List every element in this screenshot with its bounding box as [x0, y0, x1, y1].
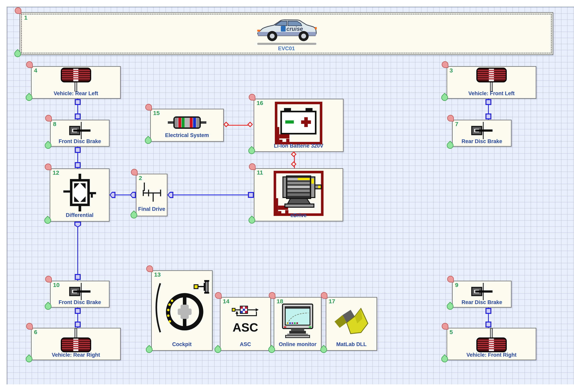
mech-port-square[interactable] — [486, 322, 491, 328]
block-label: Li-Ion Batterie 320V — [254, 143, 343, 149]
block-label: Vehicle: Front Right — [447, 352, 536, 358]
data-bus-in-marker[interactable] — [146, 265, 153, 272]
block-label: eDrive — [254, 212, 343, 218]
data-bus-in-marker[interactable] — [249, 163, 256, 170]
wheel-icon — [56, 67, 96, 91]
data-bus-in-marker[interactable] — [26, 323, 33, 330]
mech-port-square[interactable] — [486, 113, 491, 119]
block-label: MatLab DLL — [326, 341, 376, 348]
block-asc[interactable]: 14 ASC ASC — [220, 297, 271, 351]
data-bus-in-marker[interactable] — [15, 7, 21, 14]
disc-brake-icon — [460, 122, 504, 139]
mech-connection-line[interactable] — [77, 222, 78, 281]
data-bus-in-marker[interactable] — [442, 323, 448, 330]
block-number: 15 — [153, 110, 160, 116]
mech-connection-line[interactable] — [167, 195, 254, 195]
car-logo-text: cruise — [287, 26, 303, 32]
differential-icon — [63, 174, 96, 211]
block-number: 13 — [154, 271, 161, 278]
block-online-monitor[interactable]: 18 Online monitor — [274, 297, 322, 351]
data-bus-in-marker[interactable] — [131, 169, 138, 175]
block-label: Vehicle: Rear Left — [32, 90, 120, 97]
asc-icon-text: ASC — [233, 321, 258, 334]
block-number: 16 — [257, 100, 263, 106]
block-final-drive[interactable]: 2 Final Drive — [136, 174, 167, 216]
data-bus-in-marker[interactable] — [45, 164, 51, 170]
block-label: ASC — [221, 341, 270, 348]
disc-brake-icon — [460, 283, 504, 300]
block-label: Rear Disc Brake — [453, 299, 511, 306]
block-front-disc-brake-left[interactable]: 8 Front Disc Brake — [50, 120, 109, 147]
block-differential[interactable]: 12 Differential — [50, 168, 109, 222]
matlab-icon — [333, 306, 370, 339]
data-bus-in-marker[interactable] — [145, 104, 152, 110]
block-number: 8 — [53, 121, 56, 127]
block-number: 3 — [450, 67, 453, 74]
block-number: 12 — [53, 169, 59, 176]
block-label: Online monitor — [274, 341, 321, 348]
block-edrive[interactable]: 11 eDrive — [254, 168, 343, 221]
block-vehicle-front-left[interactable]: 3 Vehicle: Front Left — [447, 66, 536, 99]
block-label: Rear Disc Brake — [453, 138, 511, 144]
block-label: Differential — [50, 212, 109, 218]
battery-icon — [275, 102, 322, 144]
wheel-icon — [56, 329, 96, 352]
block-label: Front Disc Brake — [51, 138, 109, 144]
data-bus-in-marker[interactable] — [447, 115, 454, 122]
data-bus-in-marker[interactable] — [269, 292, 275, 299]
block-electrical-system[interactable]: 15 Electrical System — [150, 109, 224, 142]
mech-port-square[interactable] — [486, 308, 491, 314]
block-number: 5 — [450, 329, 453, 335]
block-vehicle-rear-left[interactable]: 4 Vehicle: Rear Left — [31, 66, 121, 99]
data-bus-in-marker[interactable] — [442, 61, 448, 68]
data-bus-in-marker[interactable] — [26, 61, 33, 68]
block-label: Vehicle: Rear Right — [32, 352, 120, 358]
block-number: 1 — [24, 14, 27, 21]
model-editor-canvas: 1 cruise EVC01 4 Vehicle: Rear Left 8 Fr… — [0, 0, 574, 392]
block-number: 6 — [34, 329, 37, 335]
motor-icon — [273, 171, 324, 216]
mech-port-square[interactable] — [75, 308, 81, 314]
resistor-icon — [168, 115, 206, 130]
car-icon: cruise — [252, 15, 321, 47]
asc-icon: ASC — [225, 304, 266, 339]
block-label: Cockpit — [152, 341, 212, 348]
block-number: 7 — [455, 121, 458, 127]
block-rear-disc-brake-bottom[interactable]: 9 Rear Disc Brake — [452, 281, 512, 308]
data-bus-in-marker[interactable] — [249, 94, 255, 101]
block-matlab-dll[interactable]: 17 MatLab DLL — [326, 297, 377, 351]
block-number: 9 — [455, 282, 458, 288]
mech-port-square[interactable] — [75, 147, 81, 153]
final-drive-icon — [140, 183, 163, 204]
wheel-icon — [472, 329, 512, 352]
data-bus-in-marker[interactable] — [321, 292, 328, 299]
mech-port-square[interactable] — [75, 162, 81, 168]
block-label: Electrical System — [151, 132, 223, 138]
block-number: 14 — [223, 298, 229, 305]
block-evc01[interactable]: 1 cruise EVC01 — [20, 12, 553, 55]
mech-port-square[interactable] — [75, 99, 81, 105]
data-bus-in-marker[interactable] — [45, 115, 52, 122]
wheel-icon — [472, 67, 512, 91]
block-label: Front Disc Brake — [51, 299, 109, 306]
mech-port-square[interactable] — [486, 99, 491, 105]
mech-port-square[interactable] — [75, 322, 81, 328]
data-bus-in-marker[interactable] — [215, 292, 222, 299]
block-number: 2 — [139, 175, 142, 181]
block-rear-disc-brake-top[interactable]: 7 Rear Disc Brake — [452, 120, 512, 147]
block-cockpit[interactable]: 13 Cockpit — [151, 270, 213, 351]
disc-brake-icon — [58, 122, 102, 139]
data-bus-in-marker[interactable] — [447, 276, 454, 283]
block-front-disc-brake-bottom[interactable]: 10 Front Disc Brake — [50, 281, 109, 308]
block-number: 4 — [34, 67, 37, 74]
data-bus-in-marker[interactable] — [45, 276, 52, 283]
mech-port-square[interactable] — [75, 274, 81, 280]
monitor-icon — [280, 303, 315, 340]
mech-port-square[interactable] — [248, 192, 254, 198]
block-li-ion-battery[interactable]: 16 Li-Ion Batterie 320V — [254, 99, 344, 152]
block-vehicle-front-right[interactable]: 5 Vehicle: Front Right — [447, 328, 536, 360]
block-vehicle-rear-right[interactable]: 6 Vehicle: Rear Right — [31, 328, 121, 360]
mech-port-square[interactable] — [75, 113, 81, 119]
block-label: EVC01 — [20, 45, 553, 52]
disc-brake-icon — [58, 283, 102, 300]
